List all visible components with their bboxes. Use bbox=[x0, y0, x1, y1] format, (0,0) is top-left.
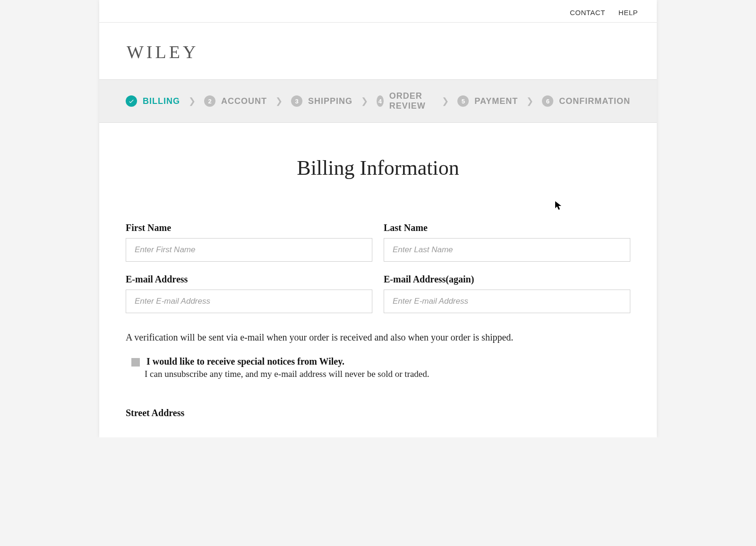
checkout-progress-bar: BILLING ❯ 2 ACCOUNT ❯ 3 SHIPPING ❯ 4 ORD… bbox=[99, 79, 657, 123]
last-name-label: Last Name bbox=[384, 222, 630, 233]
optin-checkbox[interactable] bbox=[131, 358, 140, 367]
step-number-icon: 4 bbox=[377, 95, 384, 107]
verification-note: A verification will be sent via e-mail w… bbox=[126, 332, 630, 343]
checkmark-icon bbox=[126, 95, 137, 107]
step-number-icon: 3 bbox=[291, 95, 302, 107]
chevron-right-icon: ❯ bbox=[526, 96, 533, 106]
page-title: Billing Information bbox=[126, 156, 630, 180]
step-account[interactable]: 2 ACCOUNT bbox=[204, 95, 267, 107]
email-label: E-mail Address bbox=[126, 274, 372, 285]
last-name-field: Last Name bbox=[384, 222, 630, 262]
step-confirmation[interactable]: 6 CONFIRMATION bbox=[542, 95, 630, 107]
step-label: ORDER REVIEW bbox=[389, 91, 434, 111]
step-payment[interactable]: 5 PAYMENT bbox=[457, 95, 518, 107]
brand-area: WILEY bbox=[99, 23, 657, 79]
step-label: ACCOUNT bbox=[221, 96, 267, 106]
step-label: BILLING bbox=[143, 96, 180, 106]
marketing-optin-row: I would like to receive special notices … bbox=[126, 356, 630, 379]
chevron-right-icon: ❯ bbox=[189, 96, 196, 106]
email-again-label: E-mail Address(again) bbox=[384, 274, 630, 285]
first-name-input[interactable] bbox=[126, 238, 372, 262]
step-label: PAYMENT bbox=[474, 96, 518, 106]
email-field: E-mail Address bbox=[126, 274, 372, 313]
street-address-label: Street Address bbox=[126, 408, 630, 418]
contact-link[interactable]: CONTACT bbox=[570, 9, 605, 17]
step-order-review[interactable]: 4 ORDER REVIEW bbox=[377, 91, 433, 111]
top-utility-bar: CONTACT HELP bbox=[99, 0, 657, 23]
help-link[interactable]: HELP bbox=[619, 9, 638, 17]
optin-headline: I would like to receive special notices … bbox=[146, 356, 430, 367]
checkout-page: CONTACT HELP WILEY BILLING ❯ 2 ACCOUNT ❯… bbox=[99, 0, 657, 437]
chevron-right-icon: ❯ bbox=[442, 96, 449, 106]
step-number-icon: 5 bbox=[457, 95, 469, 107]
billing-form-area: Billing Information First Name Last Name… bbox=[99, 123, 657, 437]
email-input[interactable] bbox=[126, 290, 372, 313]
brand-logo-text: WILEY bbox=[127, 42, 198, 62]
step-shipping[interactable]: 3 SHIPPING bbox=[291, 95, 352, 107]
step-label: CONFIRMATION bbox=[559, 96, 630, 106]
first-name-field: First Name bbox=[126, 222, 372, 262]
step-label: SHIPPING bbox=[308, 96, 352, 106]
first-name-label: First Name bbox=[126, 222, 372, 233]
last-name-input[interactable] bbox=[384, 238, 630, 262]
step-number-icon: 6 bbox=[542, 95, 553, 107]
optin-text: I would like to receive special notices … bbox=[146, 356, 430, 379]
name-email-grid: First Name Last Name E-mail Address E-ma… bbox=[126, 222, 630, 313]
chevron-right-icon: ❯ bbox=[361, 96, 368, 106]
optin-subtext: I can unsubscribe any time, and my e-mai… bbox=[145, 369, 430, 379]
email-again-field: E-mail Address(again) bbox=[384, 274, 630, 313]
step-billing[interactable]: BILLING bbox=[126, 95, 180, 107]
email-again-input[interactable] bbox=[384, 290, 630, 313]
chevron-right-icon: ❯ bbox=[275, 96, 283, 106]
step-number-icon: 2 bbox=[204, 95, 215, 107]
